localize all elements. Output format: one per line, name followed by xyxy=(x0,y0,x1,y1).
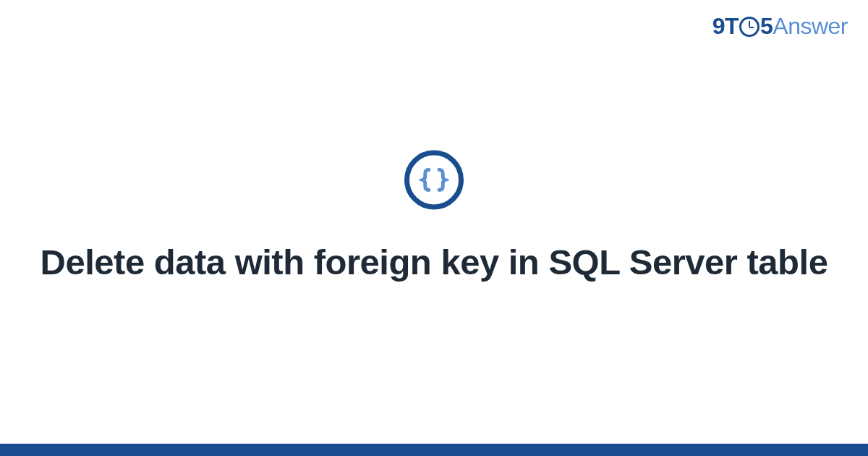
footer-bar xyxy=(0,444,868,456)
logo-text-9t: 9T xyxy=(712,13,739,39)
logo-text-answer: Answer xyxy=(773,13,848,39)
braces-svg xyxy=(419,165,449,195)
site-logo: 9T5Answer xyxy=(712,13,848,40)
clock-icon xyxy=(739,17,760,37)
code-braces-icon xyxy=(404,151,464,210)
main-content: Delete data with foreign key in SQL Serv… xyxy=(0,151,868,284)
logo-text-5: 5 xyxy=(760,13,773,39)
page-title: Delete data with foreign key in SQL Serv… xyxy=(0,240,868,284)
